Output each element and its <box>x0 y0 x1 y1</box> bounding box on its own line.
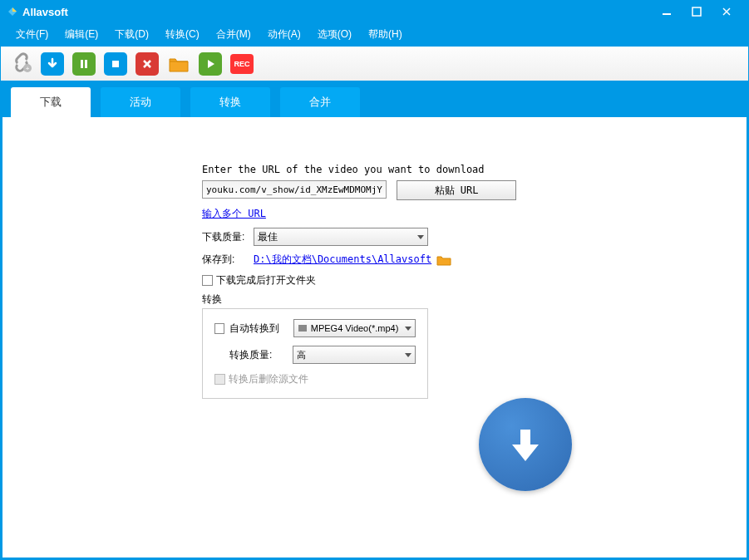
paste-url-button[interactable]: 粘贴 URL <box>397 180 516 200</box>
menu-help[interactable]: 帮助(H) <box>360 27 411 42</box>
svg-rect-10 <box>112 61 119 67</box>
toolbar: + REC <box>1 46 748 82</box>
convert-quality-select[interactable]: 高 <box>293 346 416 364</box>
big-download-button[interactable] <box>479 398 572 491</box>
delete-source-label: 转换后删除源文件 <box>229 372 308 386</box>
save-to-label: 保存到: <box>202 253 254 267</box>
content-area: Enter the URL of the video you want to d… <box>1 117 748 559</box>
tabbar: 下载 活动 转换 合并 <box>1 82 748 117</box>
convert-quality-label: 转换质量: <box>229 348 293 362</box>
svg-rect-3 <box>692 7 701 16</box>
titlebar: Allavsoft <box>1 1 748 22</box>
delete-source-checkbox <box>214 374 225 385</box>
stop-icon[interactable] <box>104 52 127 76</box>
tab-convert[interactable]: 转换 <box>190 87 270 117</box>
download-arrow-icon <box>502 421 549 468</box>
quality-select[interactable]: 最佳 <box>254 228 428 246</box>
tab-merge[interactable]: 合并 <box>280 87 360 117</box>
convert-group: 自动转换到 MPEG4 Video(*.mp4) 转换质量: 高 转换后删除源 <box>202 308 428 399</box>
close-button[interactable] <box>712 1 742 22</box>
svg-marker-13 <box>208 60 214 68</box>
menu-download[interactable]: 下载(D) <box>106 27 157 42</box>
window-title: Allavsoft <box>22 6 652 18</box>
open-after-label: 下载完成后打开文件夹 <box>216 273 316 287</box>
record-button[interactable]: REC <box>230 54 254 74</box>
minimize-button[interactable] <box>652 1 682 22</box>
format-value: MPEG4 Video(*.mp4) <box>311 323 399 333</box>
svg-text:+: + <box>26 65 30 72</box>
download-icon[interactable] <box>41 52 64 76</box>
menubar: 文件(F) 编辑(E) 下载(D) 转换(C) 合并(M) 动作(A) 选项(O… <box>1 22 748 46</box>
chevron-down-icon <box>405 327 411 331</box>
menu-merge[interactable]: 合并(M) <box>208 27 259 42</box>
menu-convert[interactable]: 转换(C) <box>157 27 208 42</box>
svg-rect-9 <box>85 60 87 68</box>
menu-file[interactable]: 文件(F) <box>7 27 57 42</box>
quality-value: 最佳 <box>258 230 278 244</box>
svg-rect-8 <box>81 60 83 68</box>
play-icon[interactable] <box>199 52 222 76</box>
open-after-checkbox[interactable] <box>202 275 213 286</box>
delete-icon[interactable] <box>136 52 159 76</box>
multi-url-link[interactable]: 输入多个 URL <box>202 208 266 219</box>
url-input[interactable] <box>202 180 387 199</box>
svg-rect-14 <box>298 325 307 332</box>
video-file-icon <box>298 324 308 332</box>
folder-icon[interactable] <box>167 52 190 76</box>
browse-folder-icon[interactable] <box>436 254 451 266</box>
pause-icon[interactable] <box>72 52 96 76</box>
menu-action[interactable]: 动作(A) <box>259 27 309 42</box>
convert-group-label: 转换 <box>202 292 651 307</box>
tab-download[interactable]: 下载 <box>11 87 91 117</box>
tab-activity[interactable]: 活动 <box>101 87 180 117</box>
svg-marker-1 <box>12 7 17 12</box>
maximize-button[interactable] <box>682 1 712 22</box>
format-select[interactable]: MPEG4 Video(*.mp4) <box>293 319 416 337</box>
link-icon[interactable]: + <box>11 52 32 76</box>
auto-convert-label: 自动转换到 <box>229 322 293 336</box>
svg-rect-2 <box>663 13 671 15</box>
app-logo-icon <box>7 7 17 17</box>
url-prompt: Enter the URL of the video you want to d… <box>202 164 651 175</box>
auto-convert-checkbox[interactable] <box>214 323 224 334</box>
quality-label: 下载质量: <box>202 230 254 244</box>
menu-edit[interactable]: 编辑(E) <box>57 27 106 42</box>
chevron-down-icon <box>405 353 411 357</box>
save-to-path[interactable]: D:\我的文档\Documents\Allavsoft <box>254 253 431 267</box>
chevron-down-icon <box>417 235 424 239</box>
convert-quality-value: 高 <box>297 349 306 361</box>
menu-options[interactable]: 选项(O) <box>309 27 360 42</box>
